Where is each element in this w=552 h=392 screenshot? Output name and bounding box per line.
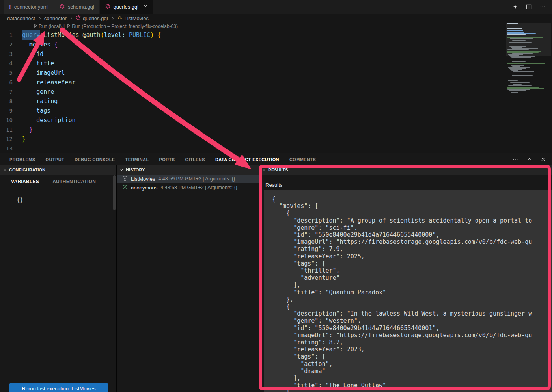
file-icon-graphql xyxy=(60,4,65,10)
minimap-line xyxy=(512,66,520,67)
panel-tab-gitlens[interactable]: GITLENS xyxy=(185,154,205,165)
line-number: 10 xyxy=(0,115,22,125)
codelens-divider: | xyxy=(63,24,65,29)
panel-tab-ports[interactable]: PORTS xyxy=(159,154,175,165)
variables-editor[interactable]: {} xyxy=(17,197,116,203)
minimap-line xyxy=(511,57,531,58)
history-entry-meta: 4:43:58 PM GMT+2 | Arguments: {} xyxy=(160,185,237,190)
code-token xyxy=(22,97,36,106)
scrollbar[interactable] xyxy=(113,175,116,210)
code-token xyxy=(22,59,36,68)
minimap-line xyxy=(509,42,532,43)
tab-label: schema.gql xyxy=(68,4,94,10)
minimap-line xyxy=(507,24,530,24)
vscode-window: !connector.yamlschema.gqlqueries.gql dat… xyxy=(0,0,552,392)
code-token: imageUrl xyxy=(36,68,65,78)
line-number: 4 xyxy=(0,59,22,68)
code-editor[interactable]: Run (local) | Run (Production – Project:… xyxy=(0,22,552,153)
bottom-panel: PROBLEMSOUTPUTDEBUG CONSOLETERMINALPORTS… xyxy=(0,153,552,392)
code-line: 10 description xyxy=(0,115,501,125)
results-header[interactable]: RESULTS xyxy=(259,165,552,175)
minimap-line xyxy=(507,49,529,50)
breadcrumb-item-ListMovies[interactable]: ListMovies xyxy=(117,15,149,22)
code-line: 6 releaseYear xyxy=(0,78,501,87)
tab-schema.gql[interactable]: schema.gql xyxy=(54,0,99,14)
minimap-line xyxy=(512,93,534,94)
code-token: { xyxy=(157,30,161,40)
code-token xyxy=(22,68,36,78)
editor-tab-bar: !connector.yamlschema.gqlqueries.gql xyxy=(0,0,552,14)
more-icon[interactable] xyxy=(540,4,546,10)
minimap-line xyxy=(513,45,520,45)
line-number: 6 xyxy=(0,78,22,87)
minimap-line xyxy=(509,68,526,69)
close-icon[interactable] xyxy=(541,157,546,162)
code-token: movies xyxy=(29,40,50,49)
code-lines: 1query ListMovies @auth(level: PUBLIC) {… xyxy=(0,30,501,153)
code-line: 7 genre xyxy=(0,87,501,97)
code-line: 1query ListMovies @auth(level: PUBLIC) { xyxy=(0,30,501,40)
code-line: 9 tags xyxy=(0,106,501,115)
line-number: 13 xyxy=(0,144,22,153)
history-entry-name: anonymous xyxy=(131,185,157,191)
config-tab-authentication[interactable]: AUTHENTICATION xyxy=(52,179,96,187)
panel-tab-bar: PROBLEMSOUTPUTDEBUG CONSOLETERMINALPORTS… xyxy=(0,153,552,165)
config-tab-variables[interactable]: VARIABLES xyxy=(11,179,39,187)
line-number: 1 xyxy=(0,30,22,40)
run-production-link[interactable]: Run (Production – Project: friendly-flix… xyxy=(67,24,178,29)
history-header[interactable]: HISTORY xyxy=(117,165,259,175)
minimap-line xyxy=(507,63,545,64)
history-entry-meta: 4:48:59 PM GMT+2 | Arguments: {} xyxy=(158,176,235,182)
code-token xyxy=(22,78,36,87)
maximize-icon[interactable] xyxy=(527,157,532,162)
rerun-last-execution-button[interactable]: Rerun last execution: ListMovies xyxy=(9,383,108,392)
panel-tab-terminal[interactable]: TERMINAL xyxy=(125,154,149,165)
tab-queries.gql[interactable]: queries.gql xyxy=(100,0,153,14)
line-number: 12 xyxy=(0,134,22,144)
code-token xyxy=(22,87,36,97)
minimap-line xyxy=(511,47,522,48)
split-editor-icon[interactable] xyxy=(526,4,532,10)
tab-label: queries.gql xyxy=(114,4,139,10)
graphql-icon xyxy=(76,15,81,22)
minimap-line xyxy=(511,92,518,93)
code-token xyxy=(79,30,83,40)
panel-tab-data-connect-execution[interactable]: DATA CONNECT EXECUTION xyxy=(215,154,279,165)
breadcrumb-item-dataconnect[interactable]: dataconnect xyxy=(7,15,35,21)
panel-tab-debug-console[interactable]: DEBUG CONSOLE xyxy=(75,154,115,165)
sparkle-icon[interactable] xyxy=(512,4,518,10)
symbol-query-icon xyxy=(117,15,123,22)
panel-tab-comments[interactable]: COMMENTS xyxy=(289,154,316,165)
breadcrumb: dataconnectconnectorqueries.gqlListMovie… xyxy=(0,14,552,22)
configuration-header[interactable]: CONFIGURATION xyxy=(0,165,116,175)
panel-tab-problems[interactable]: PROBLEMS xyxy=(9,154,35,165)
minimap-line xyxy=(507,87,539,88)
minimap-line xyxy=(512,40,526,41)
play-icon xyxy=(34,24,38,29)
code-line: 4 title xyxy=(0,59,501,68)
code-token xyxy=(40,30,43,40)
history-row-ListMovies[interactable]: ListMovies4:48:59 PM GMT+2 | Arguments: … xyxy=(117,175,259,183)
more-icon[interactable] xyxy=(512,156,518,162)
chevron-right-icon xyxy=(111,15,114,21)
history-row-anonymous[interactable]: anonymous4:43:58 PM GMT+2 | Arguments: {… xyxy=(117,183,259,192)
breadcrumb-item-connector[interactable]: connector xyxy=(44,15,67,21)
code-token: PUBLIC xyxy=(129,30,150,40)
minimap-line xyxy=(512,61,526,62)
editor-actions xyxy=(512,0,552,14)
panel-tab-output[interactable]: OUTPUT xyxy=(46,154,65,165)
code-token xyxy=(125,30,129,40)
check-circle-icon xyxy=(122,176,128,182)
breadcrumb-item-queries.gql[interactable]: queries.gql xyxy=(76,15,108,22)
file-icon-graphql xyxy=(105,4,110,10)
minimap[interactable] xyxy=(506,23,551,149)
run-local-link[interactable]: Run (local) xyxy=(34,24,62,29)
code-token xyxy=(22,49,36,59)
code-token: level: xyxy=(104,30,125,40)
results-json-viewer[interactable]: { "movies": [ { "description": "A group … xyxy=(264,190,552,392)
close-icon[interactable] xyxy=(143,4,148,10)
tab-connector.yaml[interactable]: !connector.yaml xyxy=(4,0,54,14)
configuration-section: CONFIGURATION VARIABLESAUTHENTICATION {} xyxy=(0,165,117,392)
minimap-line xyxy=(507,52,539,53)
tab-label: connector.yaml xyxy=(14,4,48,10)
